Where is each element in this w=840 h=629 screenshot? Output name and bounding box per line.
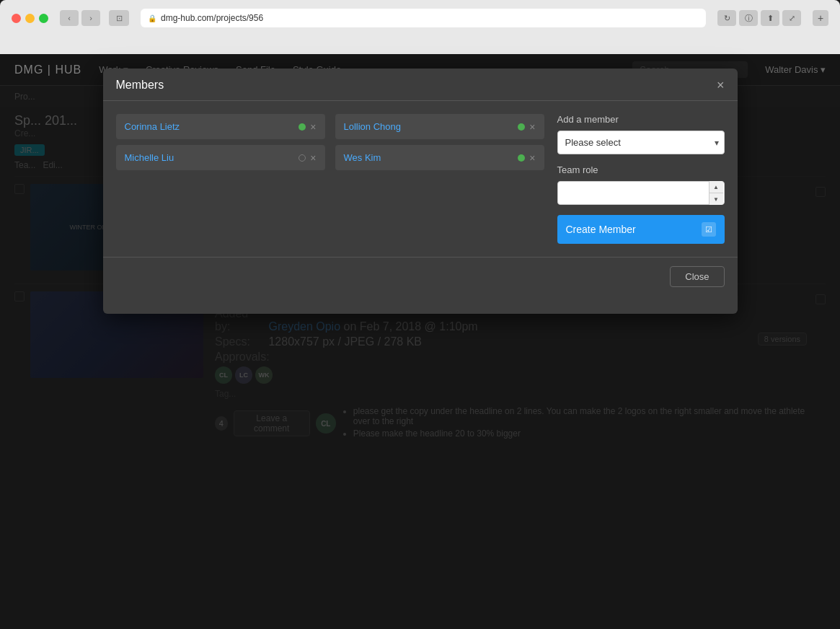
- remove-member-michelle[interactable]: ×: [310, 153, 316, 163]
- tab-view-button[interactable]: ⊡: [109, 10, 129, 26]
- member-select[interactable]: Please select: [557, 131, 725, 154]
- status-dot-lollion: [518, 123, 525, 131]
- create-member-label: Create Member: [566, 224, 636, 235]
- members-column-right: Lollion Chong × Wes Kim ×: [335, 114, 544, 244]
- spinner-buttons: ▲ ▼: [709, 181, 723, 205]
- member-actions-michelle: ×: [299, 153, 316, 163]
- info-button[interactable]: ⓘ: [739, 10, 758, 26]
- add-member-section: Add a member Please select ▾ Team role ▲…: [544, 114, 725, 244]
- share-button[interactable]: ⬆: [761, 10, 779, 26]
- member-name-michelle[interactable]: Michelle Liu: [125, 152, 174, 163]
- fullscreen-traffic-light[interactable]: [39, 14, 48, 23]
- modal-title: Members: [116, 79, 164, 92]
- member-item-wes: Wes Kim ×: [335, 145, 544, 170]
- lock-icon: 🔒: [148, 14, 156, 22]
- modal-overlay: Members × Corinna Lietz ×: [0, 54, 840, 629]
- close-traffic-light[interactable]: [12, 14, 21, 23]
- url-text: dmg-hub.com/projects/956: [161, 13, 263, 23]
- remove-member-corinna[interactable]: ×: [310, 122, 316, 132]
- app-area: DMG | HUB Work ▾ Creative Reviews Send F…: [0, 54, 840, 629]
- members-list: Corinna Lietz × Michelle Liu ×: [116, 114, 544, 244]
- remove-member-wes[interactable]: ×: [529, 153, 535, 163]
- modal-body: Corinna Lietz × Michelle Liu ×: [103, 101, 738, 257]
- create-member-button[interactable]: Create Member ☑: [557, 215, 725, 244]
- members-modal: Members × Corinna Lietz ×: [103, 69, 738, 314]
- forward-button[interactable]: ›: [81, 10, 100, 26]
- browser-action-buttons: ↻ ⓘ ⬆ ⤢: [717, 10, 801, 26]
- member-item-lollion: Lollion Chong ×: [335, 114, 544, 139]
- browser-navigation: ‹ ›: [60, 10, 100, 26]
- team-role-input[interactable]: [557, 181, 725, 205]
- member-item-michelle: Michelle Liu ×: [116, 145, 325, 170]
- status-dot-wes: [518, 154, 525, 162]
- modal-close-button[interactable]: ×: [717, 79, 725, 92]
- traffic-lights: [12, 14, 48, 23]
- modal-header: Members ×: [103, 69, 738, 101]
- member-item-corinna: Corinna Lietz ×: [116, 114, 325, 139]
- spinner-down-button[interactable]: ▼: [709, 193, 723, 205]
- member-name-corinna[interactable]: Corinna Lietz: [125, 121, 180, 132]
- minimize-traffic-light[interactable]: [25, 14, 35, 23]
- status-dot-corinna: [299, 123, 306, 131]
- member-actions-lollion: ×: [518, 122, 535, 132]
- member-select-wrapper: Please select ▾: [557, 131, 725, 154]
- create-member-icon: ☑: [702, 222, 716, 237]
- back-button[interactable]: ‹: [60, 10, 79, 26]
- team-role-label: Team role: [557, 164, 725, 175]
- reload-button[interactable]: ↻: [717, 10, 736, 26]
- add-member-label: Add a member: [557, 114, 725, 125]
- member-name-wes[interactable]: Wes Kim: [344, 152, 381, 163]
- modal-footer: Close: [103, 257, 738, 296]
- browser-chrome: ‹ › ⊡ 🔒 dmg-hub.com/projects/956 ↻ ⓘ ⬆ ⤢…: [0, 0, 840, 54]
- team-role-wrapper: ▲ ▼: [557, 181, 725, 205]
- spinner-up-button[interactable]: ▲: [709, 181, 723, 193]
- member-actions-wes: ×: [518, 153, 535, 163]
- status-dot-michelle: [299, 154, 306, 162]
- new-tab-button[interactable]: +: [813, 10, 828, 26]
- member-actions-corinna: ×: [299, 122, 316, 132]
- close-modal-button[interactable]: Close: [670, 266, 724, 287]
- members-column-left: Corinna Lietz × Michelle Liu ×: [116, 114, 325, 244]
- fullscreen-button[interactable]: ⤢: [782, 10, 801, 26]
- remove-member-lollion[interactable]: ×: [529, 122, 535, 132]
- member-name-lollion[interactable]: Lollion Chong: [344, 121, 402, 132]
- address-bar[interactable]: 🔒 dmg-hub.com/projects/956: [141, 9, 706, 27]
